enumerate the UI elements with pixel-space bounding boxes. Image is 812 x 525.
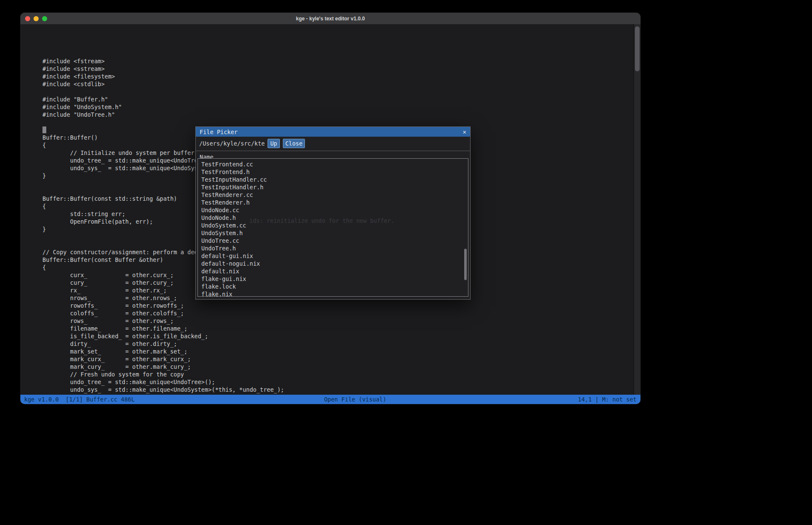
file-row[interactable]: TestRenderer.h <box>198 199 468 206</box>
close-button[interactable]: Close <box>283 139 305 148</box>
code-line: coloffs_ = other.coloffs_; <box>42 309 284 317</box>
code-line: mark_cury_ = other.mark_cury_; <box>42 363 284 371</box>
status-bar: kge v1.0.0 [1/1] Buffer.cc 486L Open Fil… <box>20 395 640 404</box>
code-line: #include <sstream> <box>42 65 284 73</box>
editor-scrollbar-thumb[interactable] <box>635 26 640 71</box>
file-row[interactable]: UndoTree.h <box>198 244 468 252</box>
code-line: #include "UndoTree.h" <box>42 111 284 118</box>
file-row[interactable]: flake.nix <box>198 290 468 297</box>
file-row[interactable]: TestRenderer.cc <box>198 191 468 199</box>
editor-scrollbar[interactable] <box>634 24 640 395</box>
file-list[interactable]: TestFrontend.ccTestFrontend.hTestInputHa… <box>197 158 468 297</box>
code-line: dirty_ = other.dirty_; <box>42 340 284 348</box>
code-line: mark_curx_ = other.mark_curx_; <box>42 355 284 363</box>
file-row[interactable]: UndoSystem.h <box>198 229 468 237</box>
dialog-titlebar[interactable]: File Picker × <box>196 127 470 137</box>
file-row[interactable]: UndoNode.h <box>198 214 468 222</box>
window-titlebar[interactable]: kge - kyle's text editor v1.0.0 <box>20 13 640 24</box>
code-line: mark_set_ = other.mark_set_; <box>42 348 284 355</box>
dialog-title: File Picker <box>200 129 237 135</box>
window-title: kge - kyle's text editor v1.0.0 <box>20 16 640 22</box>
file-row[interactable]: UndoNode.cc <box>198 206 468 214</box>
code-line: #include <cstdlib> <box>42 80 284 88</box>
file-row[interactable]: default-nogui.nix <box>198 260 468 267</box>
code-line <box>42 118 284 126</box>
code-line: #include <fstream> <box>42 57 284 65</box>
file-row[interactable]: UndoSystem.cc <box>198 222 468 229</box>
status-left: kge v1.0.0 [1/1] Buffer.cc 486L <box>24 395 135 404</box>
code-line: is_file_backed_ = other.is_file_backed_; <box>42 332 284 340</box>
dialog-path-row: /Users/kyle/src/kte Up Close <box>196 137 470 151</box>
code-line: #include "UndoSystem.h" <box>42 103 284 111</box>
code-line: rows_ = other.rows_; <box>42 317 284 325</box>
file-row[interactable]: TestInputHandler.cc <box>198 176 468 183</box>
file-row[interactable]: flake-gui.nix <box>198 275 468 283</box>
file-row[interactable]: TestFrontend.h <box>198 168 468 176</box>
status-center: Open File (visual) <box>324 395 386 404</box>
code-line <box>42 88 284 95</box>
code-line: // Fresh undo system for the copy <box>42 371 284 378</box>
current-path: /Users/kyle/src/kte <box>199 140 265 147</box>
code-line: undo_tree_ = std::make_unique<UndoTree>(… <box>42 378 284 386</box>
file-row[interactable]: TestInputHandler.h <box>198 183 468 191</box>
file-row[interactable]: default-gui.nix <box>198 252 468 260</box>
text-cursor <box>42 126 46 133</box>
code-line: #include "Buffer.h" <box>42 95 284 103</box>
dialog-close-icon[interactable]: × <box>463 129 466 135</box>
code-line: undo_sys_ = std::make_unique<UndoSystem>… <box>42 386 284 393</box>
file-row[interactable]: TestFrontend.cc <box>198 160 468 168</box>
code-line: filename_ = other.filename_; <box>42 325 284 332</box>
file-row[interactable]: default.nix <box>198 267 468 275</box>
editor-window: kge - kyle's text editor v1.0.0 #include… <box>20 13 640 404</box>
up-button[interactable]: Up <box>268 139 279 148</box>
file-list-scrollbar-thumb[interactable] <box>464 249 467 280</box>
status-right: 14,1 | M: not set <box>578 395 637 404</box>
code-line: #include <filesystem> <box>42 73 284 80</box>
code-line: rowoffs_ = other.rowoffs_; <box>42 302 284 309</box>
file-row[interactable]: flake.lock <box>198 283 468 290</box>
file-list-rows: TestFrontend.ccTestFrontend.hTestInputHa… <box>198 160 468 297</box>
file-row[interactable]: UndoTree.cc <box>198 237 468 244</box>
file-picker-dialog: File Picker × /Users/kyle/src/kte Up Clo… <box>195 126 471 300</box>
